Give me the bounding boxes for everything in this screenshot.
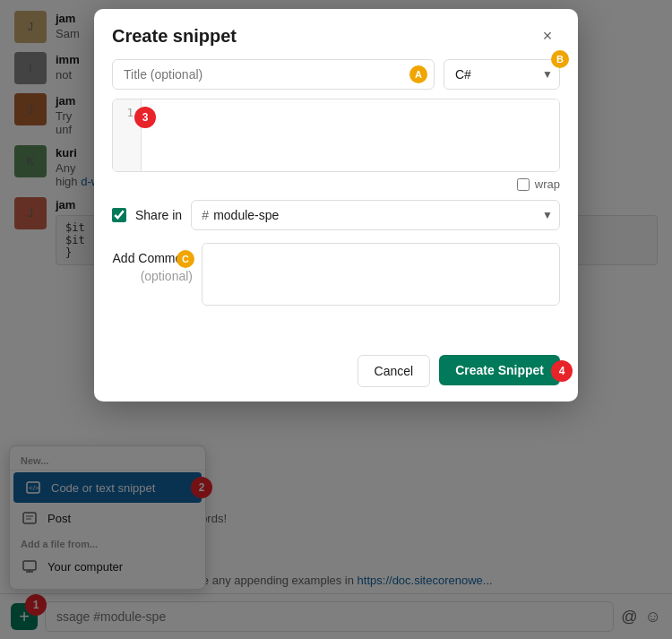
share-in-label: Share in (135, 208, 182, 222)
modal-footer: Cancel Create Snippet 4 (94, 344, 578, 402)
badge-b: B (551, 50, 569, 68)
title-input-wrap: A (112, 59, 435, 90)
close-button[interactable]: × (535, 23, 560, 48)
create-snippet-modal: Create snippet × A C# JavaScript Python … (94, 9, 578, 402)
title-input[interactable] (112, 59, 435, 90)
step-4-badge: 4 (551, 360, 573, 382)
wrap-label: wrap (535, 177, 560, 191)
comment-input-wrap: C (202, 243, 560, 308)
channel-select[interactable]: module-spe (191, 200, 560, 230)
badge-c: C (177, 250, 194, 268)
badge-a: A (409, 65, 427, 83)
modal-header: Create snippet × (94, 9, 578, 59)
comment-row: Add Comment(optional) C (112, 243, 560, 308)
title-lang-row: A C# JavaScript Python HTML CSS ▼ B (112, 59, 560, 90)
share-row: Share in # module-spe ▼ (112, 200, 560, 230)
create-snippet-button[interactable]: Create Snippet (439, 355, 560, 385)
wrap-checkbox[interactable] (517, 178, 530, 191)
code-editor: 1 (113, 99, 559, 171)
modal-title: Create snippet (112, 26, 237, 47)
cancel-button[interactable]: Cancel (358, 355, 431, 387)
share-checkbox[interactable] (112, 208, 126, 222)
wrap-row: wrap (112, 177, 560, 191)
modal-overlay: Create snippet × A C# JavaScript Python … (0, 0, 672, 639)
modal-body: A C# JavaScript Python HTML CSS ▼ B (94, 59, 578, 344)
comment-textarea[interactable] (202, 243, 560, 306)
code-editor-wrap: 1 3 (112, 99, 560, 172)
channel-select-wrap: # module-spe ▼ (191, 200, 560, 230)
hash-prefix: # (202, 208, 209, 222)
step-3-badge: 3 (134, 107, 156, 128)
lang-select-wrap: C# JavaScript Python HTML CSS ▼ B (444, 59, 560, 90)
language-select[interactable]: C# JavaScript Python HTML CSS (444, 59, 560, 90)
code-textarea[interactable] (142, 99, 559, 171)
